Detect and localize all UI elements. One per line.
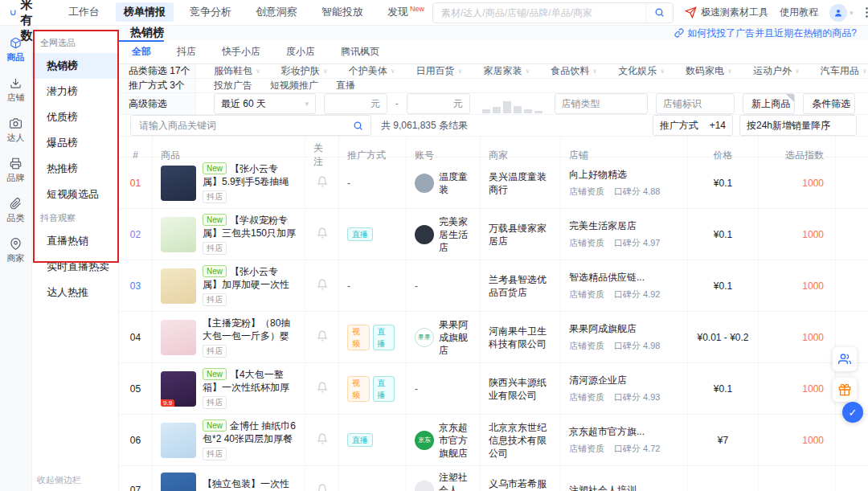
follow-button[interactable] [317,382,328,395]
submenu-item-达人热推[interactable]: 达人热推 [32,280,118,305]
account[interactable]: 完美家居生活店 [415,215,472,254]
submenu-item-热推榜[interactable]: 热推榜 [32,156,118,182]
sort-select[interactable]: 按24h新增销量降序 [739,115,857,136]
sidebar-item-达人[interactable]: 达人 [7,117,25,144]
price-histogram[interactable] [478,93,547,114]
sidebar-item-商家[interactable]: 商家 [7,238,25,264]
table-row[interactable]: 07【独立包装】一次性防护口...注塑社会人培...义乌市若希服饰有...注塑社… [119,466,868,491]
follow-button[interactable] [317,227,328,241]
keyword-search-input[interactable] [131,116,345,135]
tab-快手小店[interactable]: 快手小店 [209,40,273,63]
search-button[interactable] [645,3,673,23]
store-qual-label[interactable]: 店铺资质 [569,340,604,352]
table-row[interactable]: 01New【张小云专属】5.9到手5卷抽绳垃圾袋新款带...抖店-温度童装吴兴温… [119,158,868,209]
submenu-item-短视频选品[interactable]: 短视频选品 [32,182,118,207]
follow-button[interactable] [317,433,328,447]
product-title[interactable]: New【张小云专属】5.9到手5卷抽绳垃圾袋新款带... [203,162,297,188]
product-thumbnail[interactable] [161,268,196,304]
product-thumbnail[interactable]: 9.9 [161,371,196,407]
category-filter-日用百货[interactable]: 日用百货∨ [416,64,463,78]
promotion-filter-直播[interactable]: 直播 [336,79,355,92]
table-row[interactable]: 03New【张小云专属】加厚加硬一次性纸杯9.9元150...抖店--兰考县智选… [119,260,868,312]
category-filter-汽车用品[interactable]: 汽车用品∨ [821,64,867,78]
submenu-item-优质榜[interactable]: 优质榜 [32,104,118,130]
collapse-sidebar-button[interactable]: 收起侧边栏 [37,474,81,486]
follow-button[interactable] [317,484,328,491]
tab-腾讯枫页[interactable]: 腾讯枫页 [328,40,392,63]
tab-抖店[interactable]: 抖店 [164,40,209,63]
table-row[interactable]: 059.9New【4大包一整箱】一次性纸杯加厚加硬招财猫2...抖店视频直播-陕… [119,363,868,415]
store-qual-label[interactable]: 店铺资质 [569,391,604,403]
store-qual-label[interactable]: 店铺资质 [569,186,604,198]
apps-grid-icon[interactable] [865,6,868,18]
nav-item-工作台[interactable]: 工作台 [60,2,108,22]
follow-button[interactable] [317,330,328,344]
price-max-input[interactable] [414,98,463,109]
product-thumbnail[interactable] [161,217,196,252]
user-menu[interactable]: ▾ [829,4,854,22]
store-sales-type-input[interactable] [562,98,641,109]
store-name[interactable]: 果果阿成旗舰店 [569,323,660,335]
follow-button[interactable] [317,176,328,190]
table-row[interactable]: 02New【学叔宠粉专属】三包共150只加厚一次性纸杯...抖店直播完美家居生活… [119,209,868,260]
store-name[interactable]: 完美生活家居店 [569,220,660,232]
product-title[interactable]: New金博仕 抽纸巾6包*2 40张四层加厚餐巾纸抽 官补 [203,419,297,445]
tutorial-link[interactable]: 使用教程 [780,6,818,19]
account[interactable]: 果果果果阿成旗舰店 [415,318,472,357]
product-thumbnail[interactable] [161,166,196,201]
category-filter-文化娱乐[interactable]: 文化娱乐∨ [618,64,665,78]
nav-item-竞争分析[interactable]: 竞争分析 [182,2,240,22]
nav-item-发现[interactable]: 发现New [379,2,432,22]
help-link[interactable]: 如何找投了广告并且近期在热销的商品? [674,27,857,40]
category-filter-数码家电[interactable]: 数码家电∨ [686,64,732,78]
product-title[interactable]: 【主播宠粉】（80抽大包一包一斤多）婴儿湿巾纸手... [203,317,297,342]
product-thumbnail[interactable] [161,320,196,355]
category-filter-个护美体[interactable]: 个护美体∨ [349,64,395,78]
promotion-filter-短视频推广[interactable]: 短视频推广 [270,79,318,92]
product-thumbnail[interactable] [161,473,196,491]
price-min-input[interactable] [331,98,380,109]
product-title[interactable]: 【独立包装】一次性防护口... [203,477,297,491]
product-title[interactable]: New【4大包一整箱】一次性纸杯加厚加硬招财猫2... [203,368,297,394]
table-row[interactable]: 06New金博仕 抽纸巾6包*2 40张四层加厚餐巾纸抽 官补抖店直播京东京东超… [119,415,868,466]
nav-item-创意洞察[interactable]: 创意洞察 [248,2,305,22]
submenu-item-直播热销[interactable]: 直播热销 [32,228,118,254]
sidebar-item-品牌[interactable]: 品牌 [7,158,25,184]
category-filter-家居家装[interactable]: 家居家装∨ [483,64,530,78]
store-name[interactable]: 智选精品供应链... [569,272,660,284]
store-name[interactable]: 注塑社会人培训... [569,485,645,491]
promotion-filter-投放广告[interactable]: 投放广告 [214,79,252,92]
submenu-item-爆品榜[interactable]: 爆品榜 [32,130,118,156]
time-range-select[interactable]: 最近 60 天 ▾ [214,93,316,114]
product-title[interactable]: New【学叔宠粉专属】三包共150只加厚一次性纸杯... [203,214,297,239]
nav-item-智能投放[interactable]: 智能投放 [313,2,371,22]
product-thumbnail[interactable] [161,423,196,458]
store-qual-label[interactable]: 店铺资质 [569,288,604,301]
submenu-item-实时直播热卖[interactable]: 实时直播热卖 [32,254,118,280]
store-name[interactable]: 向上好物精选 [569,169,660,181]
sidebar-item-品类[interactable]: 品类 [7,198,25,224]
store-qual-label[interactable]: 店铺资质 [569,443,604,455]
nav-item-榜单情报[interactable]: 榜单情报 [116,2,174,22]
follow-button[interactable] [317,279,328,293]
app-logo[interactable]: 有米有数 [10,0,43,43]
new-product-button[interactable]: 新上商品 [743,93,795,114]
store-tag-input[interactable] [663,98,727,109]
store-sales-type-select[interactable] [555,93,648,114]
check-float-button[interactable]: ✓ [842,402,863,423]
table-row[interactable]: 04【主播宠粉】（80抽大包一包一斤多）婴儿湿巾纸手...抖店视频直播果果果果阿… [119,312,868,363]
submenu-item-热销榜[interactable]: 热销榜 [32,53,118,79]
tab-度小店[interactable]: 度小店 [273,40,328,63]
account[interactable]: 温度童装 [415,170,472,196]
category-filter-彩妆护肤[interactable]: 彩妆护肤∨ [281,64,328,78]
contact-float-button[interactable] [833,347,857,371]
account[interactable]: 注塑社会人培... [415,471,472,491]
gift-float-button[interactable] [833,378,857,402]
submenu-item-潜力榜[interactable]: 潜力榜 [32,79,118,104]
category-filter-食品饮料[interactable]: 食品饮料∨ [551,64,597,78]
store-qual-label[interactable]: 店铺资质 [569,237,604,249]
category-filter-运动户外[interactable]: 运动户外∨ [753,64,800,78]
store-name[interactable]: 京东超市官方旗... [569,426,660,438]
quick-test-tool[interactable]: 极速测素材工具 [685,6,768,19]
store-name[interactable]: 清河源企业店 [569,374,660,387]
